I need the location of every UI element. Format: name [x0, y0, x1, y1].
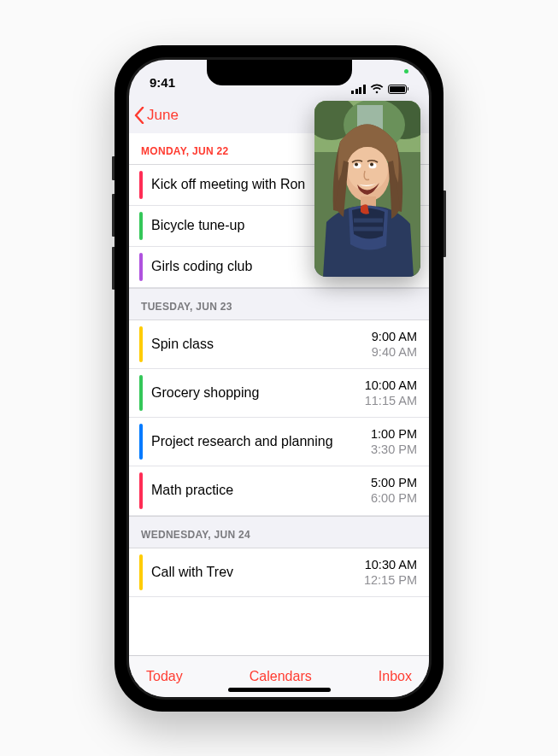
event-start-time: 9:00 AM [372, 329, 417, 344]
battery-icon [388, 85, 409, 94]
notch [207, 60, 352, 85]
event-end-time: 3:30 PM [371, 442, 417, 457]
event-end-time: 9:40 AM [372, 344, 417, 360]
back-button[interactable]: June [134, 107, 179, 124]
cellular-signal-icon [351, 85, 366, 94]
svg-point-13 [347, 147, 388, 191]
event-times: 10:30 AM12:15 PM [364, 557, 417, 588]
power-button [443, 190, 446, 257]
event-end-time: 12:15 PM [364, 572, 417, 588]
event-start-time: 1:00 PM [371, 426, 417, 442]
calendars-button[interactable]: Calendars [250, 669, 312, 684]
wifi-icon [370, 82, 384, 97]
event-title: Grocery shopping [151, 385, 259, 401]
event-end-time: 11:15 AM [365, 393, 417, 408]
status-time: 9:41 [150, 75, 175, 90]
event-title: Girls coding club [151, 259, 252, 274]
event-start-time: 10:30 AM [364, 557, 417, 572]
volume-up-button [112, 194, 115, 237]
event-row[interactable]: Project research and planning1:00 PM3:30… [129, 418, 429, 466]
home-indicator[interactable] [228, 688, 331, 692]
event-times: 1:00 PM3:30 PM [371, 426, 417, 457]
volume-down-button [112, 247, 115, 290]
svg-point-17 [370, 162, 373, 166]
facetime-pip[interactable] [314, 101, 420, 277]
section-header: WEDNESDAY, JUN 24 [129, 516, 429, 548]
event-title: Spin class [151, 337, 214, 352]
person-video-thumbnail [314, 101, 420, 277]
event-times: 9:00 AM9:40 AM [372, 329, 417, 360]
event-end-time: 6:00 PM [371, 490, 417, 506]
today-button[interactable]: Today [146, 669, 183, 684]
side-buttons-right [443, 190, 446, 257]
camera-indicator-icon [404, 69, 408, 73]
side-buttons-left [112, 156, 115, 300]
svg-point-16 [355, 162, 358, 166]
event-row[interactable]: Math practice5:00 PM6:00 PM [129, 466, 429, 515]
event-title: Project research and planning [151, 434, 333, 449]
event-title: Kick off meeting with Ron [151, 177, 305, 192]
event-row[interactable]: Call with Trev10:30 AM12:15 PM [129, 548, 429, 597]
event-start-time: 10:00 AM [365, 378, 417, 393]
event-title: Bicycle tune-up [151, 218, 244, 233]
event-title: Math practice [151, 483, 233, 498]
event-title: Call with Trev [151, 565, 233, 580]
event-row[interactable]: Grocery shopping10:00 AM11:15 AM [129, 369, 429, 418]
back-label: June [147, 107, 179, 124]
event-row[interactable]: Spin class9:00 AM9:40 AM [129, 320, 429, 369]
event-times: 10:00 AM11:15 AM [365, 378, 417, 408]
chevron-left-icon [134, 107, 144, 124]
phone-frame: 9:41 [115, 45, 443, 712]
inbox-button[interactable]: Inbox [379, 669, 412, 684]
event-start-time: 5:00 PM [371, 475, 417, 490]
event-times: 5:00 PM6:00 PM [371, 475, 417, 506]
section-header: TUESDAY, JUN 23 [129, 288, 429, 320]
screen: 9:41 [129, 60, 429, 697]
mute-switch [112, 156, 115, 180]
